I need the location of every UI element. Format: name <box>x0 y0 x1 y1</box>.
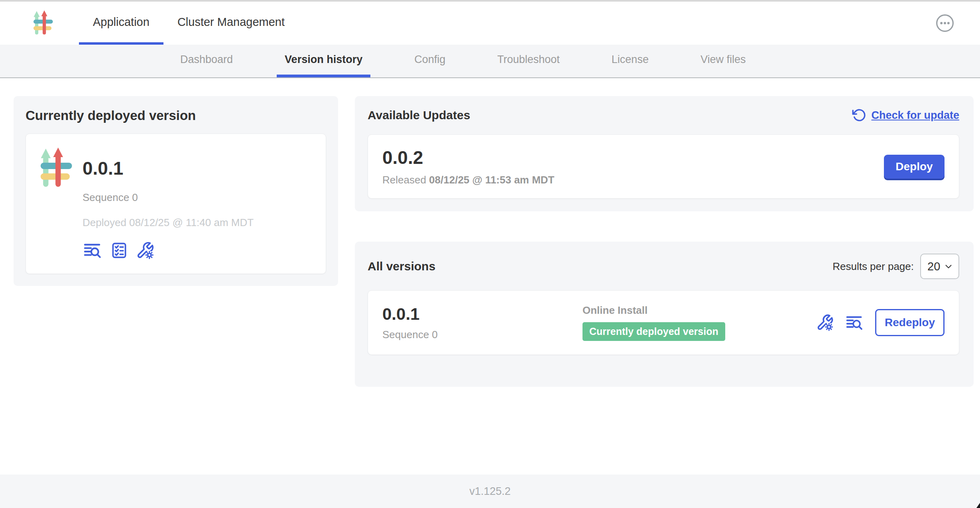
tab-application[interactable]: Application <box>79 2 163 45</box>
app-logo-icon <box>33 10 54 36</box>
version-row-0-0-1: 0.0.1 Sequence 0 Online Install Currentl… <box>368 290 959 355</box>
all-versions-section: All versions Results per page: 20 0.0 <box>355 242 974 387</box>
diff-logs-icon[interactable] <box>83 241 102 260</box>
subnav-dashboard[interactable]: Dashboard <box>172 45 241 77</box>
updates-and-versions: Available Updates Check for update 0.0.2… <box>355 96 974 387</box>
ellipsis-icon <box>935 14 954 33</box>
redeploy-button[interactable]: Redeploy <box>875 309 945 336</box>
chevron-down-icon <box>943 261 954 272</box>
tab-cluster-management-label: Cluster Management <box>177 16 285 29</box>
current-version-number: 0.0.1 <box>83 148 254 189</box>
available-updates-title: Available Updates <box>368 108 470 122</box>
top-nav-bar: Application Cluster Management <box>0 2 980 45</box>
row-version-sequence: Sequence 0 <box>382 329 582 341</box>
subnav-version-history[interactable]: Version history <box>277 45 370 77</box>
preflight-checks-icon[interactable] <box>110 241 128 260</box>
results-per-page-label: Results per page: <box>832 260 914 273</box>
released-label: Released <box>382 174 426 186</box>
subnav-troubleshoot[interactable]: Troubleshoot <box>489 45 568 77</box>
current-version-actions <box>83 241 254 260</box>
subnav-dashboard-label: Dashboard <box>180 53 233 66</box>
subnav-view-files-label: View files <box>701 53 746 66</box>
console-footer: v1.125.2 <box>0 475 980 508</box>
version-history-page: Currently deployed version 0.0.1 Sequenc… <box>0 78 980 387</box>
results-per-page-select[interactable]: 20 <box>920 254 959 279</box>
diff-logs-icon[interactable] <box>845 314 864 331</box>
subnav-config-label: Config <box>414 53 445 66</box>
app-logo <box>33 10 54 36</box>
update-card-0-0-2: 0.0.2 Released 08/12/25 @ 11:53 am MDT D… <box>368 134 959 199</box>
subnav-config[interactable]: Config <box>406 45 453 77</box>
deploy-button[interactable]: Deploy <box>884 155 945 179</box>
tab-application-label: Application <box>93 16 150 29</box>
tab-cluster-management[interactable]: Cluster Management <box>163 2 299 45</box>
check-for-update-link[interactable]: Check for update <box>852 108 959 122</box>
update-version-number: 0.0.2 <box>382 147 555 168</box>
subnav-license[interactable]: License <box>604 45 657 77</box>
update-released-timestamp: Released 08/12/25 @ 11:53 am MDT <box>382 174 555 186</box>
edit-config-icon[interactable] <box>816 313 834 332</box>
currently-deployed-badge: Currently deployed version <box>582 322 725 341</box>
row-version-number: 0.0.1 <box>382 305 582 324</box>
console-version: v1.125.2 <box>469 485 511 498</box>
current-version-card: 0.0.1 Sequence 0 Deployed 08/12/25 @ 11:… <box>26 134 326 274</box>
current-version-deployed-timestamp: Deployed 08/12/25 @ 11:40 am MDT <box>83 217 254 229</box>
overflow-menu-button[interactable] <box>935 14 954 33</box>
subnav-troubleshoot-label: Troubleshoot <box>497 53 560 66</box>
refresh-icon <box>852 108 866 122</box>
kots-admin-console: Application Cluster Management Dashboard… <box>0 0 980 508</box>
currently-deployed-section: Currently deployed version 0.0.1 Sequenc… <box>14 96 338 286</box>
row-install-type: Online Install <box>582 304 816 317</box>
current-version-sequence: Sequence 0 <box>83 191 254 204</box>
available-updates-section: Available Updates Check for update 0.0.2… <box>355 96 974 211</box>
currently-deployed-title: Currently deployed version <box>26 108 326 123</box>
edit-config-icon[interactable] <box>136 241 154 260</box>
app-sub-nav: Dashboard Version history Config Trouble… <box>0 45 980 78</box>
cursor-artifact <box>976 503 980 508</box>
released-date: 08/12/25 @ 11:53 am MDT <box>429 174 554 186</box>
all-versions-title: All versions <box>368 260 435 273</box>
subnav-version-history-label: Version history <box>285 53 362 66</box>
subnav-view-files[interactable]: View files <box>693 45 754 77</box>
check-for-update-label: Check for update <box>871 109 959 122</box>
app-version-logo-icon <box>40 148 75 189</box>
results-per-page-value: 20 <box>927 260 940 273</box>
subnav-license-label: License <box>612 53 649 66</box>
